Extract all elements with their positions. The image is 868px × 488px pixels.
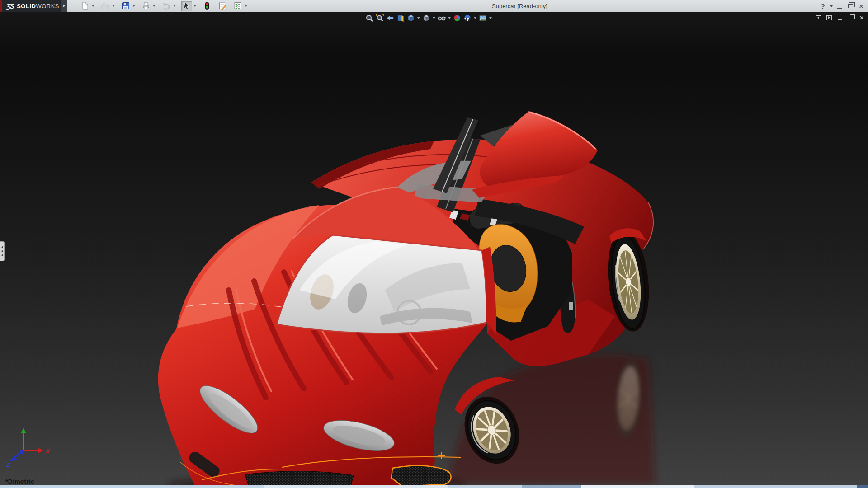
window-title: Supercar [Read-only] xyxy=(492,3,547,9)
file-properties-icon xyxy=(218,1,227,10)
undo-arrow-icon xyxy=(162,1,171,10)
restore-icon xyxy=(848,4,853,8)
options-dropdown[interactable] xyxy=(243,1,248,11)
pane-right-icon xyxy=(826,15,832,20)
doc-minimize-button[interactable] xyxy=(836,14,844,22)
zoom-to-fit-button[interactable] xyxy=(364,14,374,23)
help-button[interactable]: ? xyxy=(818,1,828,11)
view-settings-button[interactable] xyxy=(478,14,488,23)
select-button[interactable] xyxy=(181,1,192,11)
pane-left-icon xyxy=(816,15,821,20)
print-icon xyxy=(142,1,151,10)
display-style-button[interactable] xyxy=(421,14,431,23)
heads-up-view-toolbar xyxy=(364,13,493,23)
taskbar-segment xyxy=(581,485,694,488)
section-view-icon xyxy=(396,14,405,22)
taskbar-segment xyxy=(448,485,522,488)
doc-close-button[interactable]: ✕ xyxy=(858,14,866,22)
open-button[interactable] xyxy=(100,1,111,11)
new-document-button[interactable] xyxy=(80,1,90,11)
open-dropdown[interactable] xyxy=(111,1,116,11)
view-settings-dropdown[interactable] xyxy=(488,14,493,23)
restore-icon xyxy=(849,16,853,19)
standard-toolbar xyxy=(80,1,252,11)
view-cube-icon xyxy=(407,14,415,22)
view-orientation-dropdown[interactable] xyxy=(416,14,421,23)
section-view-button[interactable] xyxy=(396,14,406,23)
chevron-right-icon xyxy=(63,4,65,8)
chevron-left-icon xyxy=(1,246,3,249)
undo-button[interactable] xyxy=(161,1,172,11)
grille-right-selected[interactable] xyxy=(392,465,451,485)
new-document-icon xyxy=(80,1,90,10)
print-dropdown[interactable] xyxy=(151,1,156,11)
solidworks-window: ƷS SOLID WORKS xyxy=(0,0,868,488)
solidworks-logo: ƷS SOLID WORKS xyxy=(0,0,67,12)
select-cursor-icon xyxy=(182,1,191,10)
graphics-viewport[interactable]: ✕ X Z *Dimetric xyxy=(0,12,868,485)
window-controls: ? ✕ xyxy=(818,0,866,12)
select-dropdown[interactable] xyxy=(192,1,197,11)
z-axis-label: Z xyxy=(6,461,11,468)
previous-view-button[interactable] xyxy=(385,14,395,23)
zoom-area-icon xyxy=(376,14,384,22)
save-floppy-icon xyxy=(121,1,130,10)
hide-show-dropdown[interactable] xyxy=(447,14,452,23)
rebuild-button[interactable] xyxy=(202,1,212,11)
new-dropdown[interactable] xyxy=(90,1,95,11)
restore-button[interactable] xyxy=(845,1,855,11)
open-folder-icon xyxy=(101,1,110,10)
glasses-icon xyxy=(438,14,446,22)
rebuild-traffic-light-icon xyxy=(203,1,212,10)
taskbar-segment xyxy=(522,485,581,488)
3ds-logo-icon: ƷS xyxy=(6,2,14,10)
brand-name-light: WORKS xyxy=(36,3,59,9)
help-dropdown[interactable] xyxy=(829,1,834,11)
taskbar-segment xyxy=(0,485,264,488)
apply-scene-button[interactable] xyxy=(462,14,472,23)
collapse-right-pane-button[interactable] xyxy=(825,14,833,22)
save-button[interactable] xyxy=(120,1,131,11)
options-button[interactable] xyxy=(232,1,243,11)
display-style-dropdown[interactable] xyxy=(432,14,436,23)
undo-dropdown[interactable] xyxy=(172,1,177,11)
minimize-button[interactable] xyxy=(835,1,844,11)
save-dropdown[interactable] xyxy=(131,1,136,11)
doc-restore-button[interactable] xyxy=(847,14,855,22)
view-orientation-button[interactable] xyxy=(406,14,416,23)
apply-scene-dropdown[interactable] xyxy=(473,14,477,23)
brand-name-bold: SOLID xyxy=(17,3,36,9)
brand-red-strip xyxy=(0,0,2,12)
scene-sphere-icon xyxy=(463,14,472,22)
taskbar-segment xyxy=(694,485,857,488)
x-axis-label: X xyxy=(45,448,50,455)
chevron-left-icon xyxy=(1,254,3,257)
previous-view-icon xyxy=(386,14,394,22)
taskbar-segment xyxy=(857,485,868,488)
featuremanager-collapse-handle[interactable] xyxy=(0,241,5,261)
minimize-icon xyxy=(838,19,842,20)
view-settings-icon xyxy=(479,14,487,22)
display-style-cube-icon xyxy=(422,14,430,22)
hide-show-items-button[interactable] xyxy=(437,14,447,23)
close-button[interactable]: ✕ xyxy=(856,1,866,11)
print-button[interactable] xyxy=(141,1,151,11)
zoom-fit-icon xyxy=(365,14,373,22)
supercar-3d-model[interactable] xyxy=(0,12,868,485)
document-window-controls: ✕ xyxy=(814,14,866,22)
menu-flyout-arrow[interactable] xyxy=(61,0,67,12)
windows-taskbar-edge[interactable] xyxy=(0,485,868,488)
zoom-to-area-button[interactable] xyxy=(375,14,385,23)
appearance-sphere-icon xyxy=(453,14,461,22)
file-properties-button[interactable] xyxy=(217,1,228,11)
chevron-left-icon xyxy=(1,250,3,253)
options-checklist-icon xyxy=(233,1,242,10)
view-orientation-label: *Dimetric xyxy=(5,478,34,485)
collapse-left-pane-button[interactable] xyxy=(814,14,822,22)
grille-center[interactable] xyxy=(245,471,354,485)
minimize-icon xyxy=(837,8,842,9)
taskbar-segment xyxy=(264,485,448,488)
orientation-triad: X Z xyxy=(6,427,52,469)
edit-appearance-button[interactable] xyxy=(452,14,462,23)
titlebar: ƷS SOLID WORKS xyxy=(0,0,868,12)
